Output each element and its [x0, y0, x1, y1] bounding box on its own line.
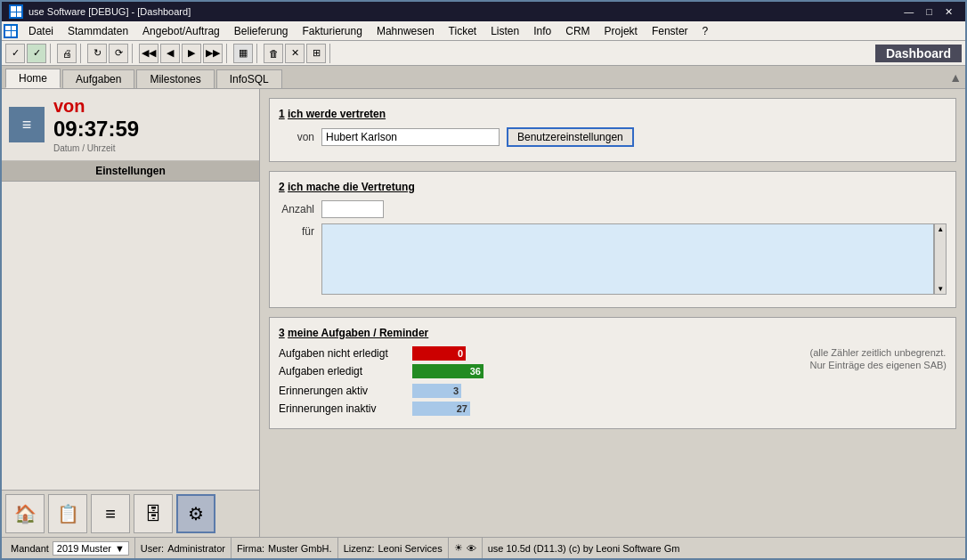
von-row: von Benutzereinstellungen — [279, 127, 947, 147]
app-icon — [4, 24, 18, 38]
task-note-line1: (alle Zähler zeitlich unbegrenzt. — [810, 347, 947, 358]
maximize-button[interactable]: □ — [921, 6, 938, 18]
toolbar-nav-next[interactable]: ▶ — [182, 44, 201, 63]
gear-icon: ⚙ — [188, 503, 204, 524]
tab-milestones[interactable]: Milestones — [136, 69, 214, 88]
home-icon-btn[interactable]: 🏠 — [5, 494, 45, 533]
right-panel: 1 ich werde vertreten von Benutzereinste… — [260, 89, 965, 537]
toolbar: ✓ ✓ 🖨 ↻ ⟳ ◀◀ ◀ ▶ ▶▶ ▦ 🗑 ✕ ⊞ Dashboard — [2, 41, 965, 66]
app-logo — [9, 4, 23, 19]
user-section: User: Administrator — [135, 538, 232, 558]
time-display: 09:37:59 — [53, 117, 252, 142]
user-value: Administrator — [167, 543, 225, 554]
tab-aufgaben[interactable]: Aufgaben — [62, 69, 134, 88]
settings-btn[interactable]: ⚙ — [176, 494, 215, 533]
dashboard-label: Dashboard — [875, 45, 962, 62]
scroll-up-btn[interactable]: ▲ — [935, 224, 946, 234]
task-bar-3: 27 — [412, 402, 470, 416]
minimize-button[interactable]: — — [898, 6, 919, 18]
section3-number: 3 — [279, 327, 285, 339]
menu-help[interactable]: ? — [695, 23, 716, 39]
tasks-icon-btn[interactable]: 📋 — [48, 494, 87, 533]
toolbar-grid[interactable]: ⊞ — [306, 44, 326, 63]
close-button[interactable]: ✕ — [939, 6, 958, 18]
task-value-3: 27 — [457, 403, 467, 414]
user-label: User: — [141, 543, 164, 554]
list-icon-btn[interactable]: ≡ — [91, 494, 130, 533]
version-section: use 10.5d (D11.3) (c) by Leoni Software … — [483, 538, 686, 558]
menu-datei[interactable]: Datei — [21, 23, 61, 39]
section2-text: ich mache die Vertretung — [288, 181, 415, 193]
menu-fenster[interactable]: Fenster — [645, 23, 695, 39]
section1-number: 1 — [279, 108, 285, 120]
von-label: von — [279, 131, 314, 143]
toolbar-cancel[interactable]: ✕ — [285, 44, 305, 63]
section1-title: 1 ich werde vertreten — [279, 108, 947, 120]
section-vertretung: 2 ich mache die Vertretung Anzahl für ▲ … — [269, 171, 956, 308]
anzahl-label: Anzahl — [279, 203, 314, 215]
datetime-label: Datum / Uhrzeit — [53, 143, 252, 153]
toolbar-print[interactable]: 🖨 — [57, 44, 77, 63]
task-value-1: 36 — [470, 366, 481, 377]
tab-scroll-arrow[interactable]: ▲ — [949, 70, 962, 85]
toolbar-refresh2[interactable]: ⟳ — [109, 44, 128, 63]
sun-icon: ☀ — [454, 542, 463, 554]
menu-bar: Datei Stammdaten Angebot/Auftrag Beliefe… — [2, 21, 965, 41]
task-note: (alle Zähler zeitlich unbegrenzt. Nur Ei… — [810, 346, 947, 372]
anzahl-input[interactable] — [321, 200, 384, 218]
menu-crm[interactable]: CRM — [558, 23, 597, 39]
menu-mahnwesen[interactable]: Mahnwesen — [370, 23, 442, 39]
settings-header: Einstellungen — [2, 161, 259, 182]
toolbar-sep-2 — [80, 44, 84, 63]
toolbar-nav-last[interactable]: ▶▶ — [203, 44, 223, 63]
menu-belieferung[interactable]: Belieferung — [227, 23, 296, 39]
tasks-icon: 📋 — [57, 503, 79, 524]
firma-section: Firma: Muster GmbH. — [232, 538, 338, 558]
settings-icon-glyph: ≡ — [22, 116, 32, 134]
datetime-panel: ≡ von 09:37:59 Datum / Uhrzeit — [2, 89, 259, 161]
task-label-1: Aufgaben erledigt — [279, 365, 412, 377]
task-value-2: 3 — [453, 386, 459, 396]
fuer-scrollbar: ▲ ▼ — [934, 223, 947, 295]
menu-info[interactable]: Info — [526, 23, 558, 39]
menu-projekt[interactable]: Projekt — [597, 23, 645, 39]
scroll-down-btn[interactable]: ▼ — [935, 284, 946, 294]
toolbar-filter[interactable]: ▦ — [233, 44, 253, 63]
datetime-text: von 09:37:59 Datum / Uhrzeit — [53, 96, 252, 153]
menu-stammdaten[interactable]: Stammdaten — [61, 23, 135, 39]
db-icon-btn[interactable]: 🗄 — [134, 494, 173, 533]
task-row-2: Erinnerungen aktiv 3 — [279, 384, 801, 398]
benutzereinstellungen-button[interactable]: Benutzereinstellungen — [507, 127, 634, 147]
menu-angebot[interactable]: Angebot/Auftrag — [135, 23, 227, 39]
toolbar-delete[interactable]: 🗑 — [264, 44, 283, 63]
toolbar-check1[interactable]: ✓ — [5, 44, 25, 63]
firma-label: Firma: — [237, 543, 264, 554]
von-input[interactable] — [321, 128, 500, 146]
fuer-textarea[interactable] — [321, 223, 934, 295]
menu-listen[interactable]: Listen — [484, 23, 526, 39]
mandant-dropdown[interactable]: 2019 Muster ▼ — [53, 541, 129, 556]
fuer-wrapper: ▲ ▼ — [321, 223, 947, 295]
mandant-section: Mandant 2019 Muster ▼ — [5, 538, 135, 558]
menu-fakturierung[interactable]: Fakturierung — [296, 23, 370, 39]
toolbar-check2[interactable]: ✓ — [27, 44, 46, 63]
menu-ticket[interactable]: Ticket — [442, 23, 484, 39]
section-vertreten: 1 ich werde vertreten von Benutzereinste… — [269, 98, 956, 162]
toolbar-sep-3 — [132, 44, 135, 63]
toolbar-sep-1 — [50, 44, 53, 63]
firma-value: Muster GmbH. — [268, 543, 332, 554]
task-value-0: 0 — [458, 348, 463, 359]
toolbar-refresh[interactable]: ↻ — [87, 44, 107, 63]
tab-home[interactable]: Home — [5, 69, 61, 88]
list-icon: ≡ — [105, 504, 116, 524]
tab-bar: Home Aufgaben Milestones InfoSQL ▲ — [2, 66, 965, 89]
fuer-row: für ▲ ▼ — [279, 223, 947, 295]
title-bar: use Software [DEBUG] - [Dashboard] — □ ✕ — [2, 2, 965, 21]
toolbar-nav-first[interactable]: ◀◀ — [139, 44, 158, 63]
toolbar-nav-prev[interactable]: ◀ — [160, 44, 180, 63]
task-note-line2: Nur Einträge des eigenen SAB) — [810, 360, 947, 370]
home-icon: 🏠 — [14, 503, 37, 524]
tab-infosql[interactable]: InfoSQL — [216, 69, 282, 88]
task-row-3: Erinnerungen inaktiv 27 — [279, 402, 801, 416]
task-label-3: Erinnerungen inaktiv — [279, 402, 412, 415]
